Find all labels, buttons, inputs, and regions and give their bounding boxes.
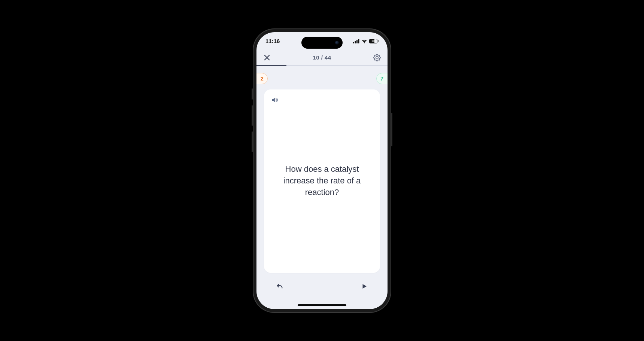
wrong-count: 2 [261,76,264,82]
phone-frame: 11:16 [253,28,391,313]
home-indicator[interactable] [298,304,346,306]
phone-screen: 11:16 [256,32,388,309]
audio-button[interactable] [271,96,278,105]
front-camera [335,41,339,45]
flashcard-question: How does a catalyst increase the rate of… [264,89,380,273]
phone-volume-down [252,131,253,152]
dynamic-island [301,37,343,49]
svg-point-4 [364,42,365,43]
battery-percent: 63 [372,39,375,43]
score-row: 2 7 [256,66,388,87]
phone-side-button [252,88,253,100]
close-icon [264,54,270,61]
gear-icon [373,54,381,61]
settings-button[interactable] [372,52,382,63]
app-header: 10 / 44 [256,50,388,65]
undo-icon [276,282,284,290]
stage: 11:16 [0,0,644,341]
card-counter: 10 / 44 [313,54,331,61]
app-body: 2 7 How does a catalyst increase [256,66,388,309]
close-button[interactable] [262,52,272,63]
svg-rect-3 [358,39,359,43]
svg-rect-2 [356,40,358,43]
phone-volume-up [252,105,253,126]
status-time: 11:16 [265,38,280,44]
battery-icon: 63 [369,39,379,43]
wifi-icon [361,39,367,43]
status-indicators: 63 [353,39,379,43]
svg-rect-0 [353,42,354,43]
svg-rect-1 [355,41,356,43]
play-button[interactable] [356,278,373,295]
bottom-controls [256,273,388,301]
play-icon [361,283,368,290]
phone-power-button [391,113,392,146]
cellular-icon [353,39,359,43]
undo-button[interactable] [271,278,288,295]
wrong-count-pill: 2 [256,73,268,84]
correct-count: 7 [380,76,383,82]
speaker-icon [271,96,278,104]
flashcard[interactable]: How does a catalyst increase the rate of… [264,89,380,273]
correct-count-pill: 7 [376,73,388,84]
